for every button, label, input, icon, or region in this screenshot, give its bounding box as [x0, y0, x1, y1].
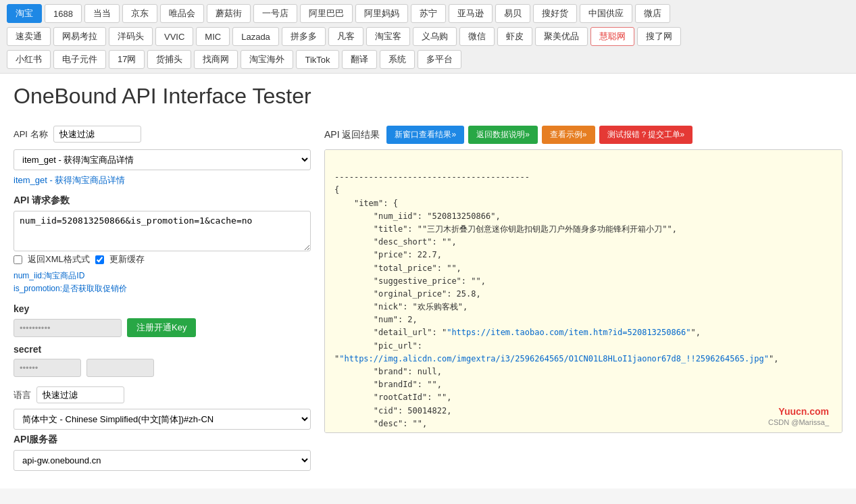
result-header: API 返回结果 新窗口查看结果» 返回数据说明» 查看示例» 测试报错？提交工… — [324, 126, 842, 144]
api-name-label: API 名称 — [14, 128, 48, 141]
nav-row-1: 淘宝 1688 当当 京东 唯品会 蘑菇街 一号店 阿里巴巴 阿里妈妈 苏宁 亚… — [7, 4, 849, 23]
nav-btn-mogu[interactable]: 蘑菇街 — [207, 4, 251, 23]
left-panel: API 名称 item_get - 获得淘宝商品详情 item_get - 获得… — [14, 126, 311, 475]
nav-btn-xiaohongshu[interactable]: 小红书 — [7, 50, 51, 69]
new-window-button[interactable]: 新窗口查看结果» — [386, 126, 464, 144]
api-select[interactable]: item_get - 获得淘宝商品详情 — [14, 149, 311, 170]
report-button[interactable]: 测试报错？提交工单» — [599, 126, 693, 144]
nav-btn-taobao[interactable]: 淘宝 — [7, 4, 42, 23]
nav-btn-taobaoke[interactable]: 淘宝客 — [366, 27, 410, 46]
cache-checkbox[interactable] — [95, 255, 104, 264]
watermarks: Yuucn.com CSDN @Marissa_ — [768, 406, 829, 426]
key-row: 注册开通Key — [14, 318, 311, 337]
nav-btn-lazada[interactable]: Lazada — [232, 27, 279, 46]
nav-btn-yihao[interactable]: 一号店 — [253, 4, 297, 23]
nav-btn-taobao-overseas[interactable]: 淘宝海外 — [241, 50, 293, 69]
param-hints: num_iid:淘宝商品ID is_promotion:是否获取取促销价 — [14, 270, 311, 295]
nav-btn-17net[interactable]: 17网 — [109, 50, 145, 69]
register-key-button[interactable]: 注册开通Key — [127, 318, 196, 337]
nav-btn-hc[interactable]: 慧聪网 — [590, 27, 634, 46]
xml-checkbox[interactable] — [14, 255, 22, 264]
result-box[interactable]: ----------------------------------------… — [324, 149, 842, 433]
nav-btn-shopee[interactable]: 虾皮 — [497, 27, 532, 46]
nav-btn-kaola[interactable]: 网易考拉 — [53, 27, 106, 46]
nav-btn-wechat[interactable]: 微信 — [459, 27, 495, 46]
lang-select[interactable]: 简体中文 - Chinese Simplified(中文[简体])#zh-CN — [14, 409, 311, 430]
api-desc[interactable]: item_get - 获得淘宝商品详情 — [14, 174, 311, 186]
result-label: API 返回结果 — [324, 129, 380, 141]
nav-btn-amazon[interactable]: 亚马逊 — [449, 4, 493, 23]
nav-btn-jumei[interactable]: 聚美优品 — [535, 27, 588, 46]
result-box-wrapper: ----------------------------------------… — [324, 149, 842, 433]
page-title: OneBound API Interface Tester — [14, 84, 842, 109]
nav-btn-electronics[interactable]: 电子元件 — [53, 50, 106, 69]
nav-btn-cngy[interactable]: 中国供应 — [580, 4, 632, 23]
json-open-brace: { — [334, 185, 339, 195]
secret-row — [14, 359, 311, 377]
nav-btn-yangmtou[interactable]: 洋码头 — [109, 27, 153, 46]
nav-row-2: 速卖通 网易考拉 洋码头 VVIC MIC Lazada 拼多多 凡客 淘宝客 … — [7, 27, 849, 46]
nav-btn-multiplatform[interactable]: 多平台 — [418, 50, 461, 69]
example-button[interactable]: 查看示例» — [542, 126, 595, 144]
nav-btn-aliexpress[interactable]: 速卖通 — [7, 27, 51, 46]
nav-btn-vvic[interactable]: VVIC — [155, 27, 193, 46]
nav-btn-suning[interactable]: 苏宁 — [411, 4, 446, 23]
cache-label[interactable]: 更新缓存 — [109, 253, 145, 266]
nav-btn-huobu[interactable]: 货捕头 — [147, 50, 191, 69]
nav-btn-sou[interactable]: 搜了网 — [637, 27, 681, 46]
nav-btn-yiwu[interactable]: 义乌购 — [413, 27, 457, 46]
key-label: key — [14, 303, 311, 314]
nav-btn-weidian[interactable]: 微店 — [635, 4, 670, 23]
secret-input-2[interactable] — [86, 359, 154, 377]
api-name-row: API 名称 — [14, 126, 311, 143]
params-textarea[interactable]: num_iid=520813250866&is_promotion=1&cach… — [14, 211, 311, 251]
watermark-yuucn: Yuucn.com — [778, 406, 829, 417]
nav-btn-ebay[interactable]: 易贝 — [495, 4, 530, 23]
nav-btn-jd[interactable]: 京东 — [122, 4, 157, 23]
lang-label: 语言 — [14, 389, 31, 401]
server-label: API服务器 — [14, 434, 311, 446]
checkbox-row: 返回XML格式式 更新缓存 — [14, 253, 311, 266]
xml-label[interactable]: 返回XML格式式 — [28, 253, 90, 266]
nav-btn-system[interactable]: 系统 — [380, 50, 415, 69]
nav-btn-souhuo[interactable]: 搜好货 — [533, 4, 577, 23]
lang-row: 语言 — [14, 386, 311, 403]
nav-btn-fanka[interactable]: 凡客 — [328, 27, 363, 46]
secret-input-1[interactable] — [14, 359, 81, 377]
json-line-separator: ---------------------------------------- — [334, 172, 530, 182]
nav-btn-1688[interactable]: 1688 — [45, 4, 82, 23]
main-content: API 名称 item_get - 获得淘宝商品详情 item_get - 获得… — [0, 112, 856, 488]
param-hint-2: is_promotion:是否获取取促销价 — [14, 282, 311, 295]
watermark-csdn: CSDN @Marissa_ — [768, 418, 829, 426]
nav-btn-tiktok[interactable]: TikTok — [296, 50, 338, 69]
lang-filter-input[interactable] — [36, 386, 124, 403]
nav-btn-alibaba[interactable]: 阿里巴巴 — [300, 4, 353, 23]
right-panel: API 返回结果 新窗口查看结果» 返回数据说明» 查看示例» 测试报错？提交工… — [324, 126, 842, 475]
nav-btn-translate[interactable]: 翻译 — [342, 50, 377, 69]
page-title-wrapper: OneBound API Interface Tester — [0, 74, 856, 112]
nav-btn-dangdang[interactable]: 当当 — [84, 4, 120, 23]
nav-btn-pinduoduo[interactable]: 拼多多 — [282, 27, 326, 46]
server-select[interactable]: api-gw.onebound.cn — [14, 450, 311, 471]
nav-btn-vip[interactable]: 唯品会 — [160, 4, 204, 23]
nav-btn-zhaoshang[interactable]: 找商网 — [194, 50, 238, 69]
api-name-input[interactable] — [53, 126, 141, 143]
nav-row-3: 小红书 电子元件 17网 货捕头 找商网 淘宝海外 TikTok 翻译 系统 多… — [7, 50, 849, 69]
nav-btn-mic[interactable]: MIC — [196, 27, 230, 46]
params-title: API 请求参数 — [14, 195, 311, 207]
nav-btn-alimama[interactable]: 阿里妈妈 — [355, 4, 408, 23]
data-desc-button[interactable]: 返回数据说明» — [468, 126, 538, 144]
param-hint-1: num_iid:淘宝商品ID — [14, 270, 311, 282]
key-input[interactable] — [14, 319, 122, 337]
secret-label: secret — [14, 344, 311, 355]
nav-bar: 淘宝 1688 当当 京东 唯品会 蘑菇街 一号店 阿里巴巴 阿里妈妈 苏宁 亚… — [0, 0, 856, 74]
